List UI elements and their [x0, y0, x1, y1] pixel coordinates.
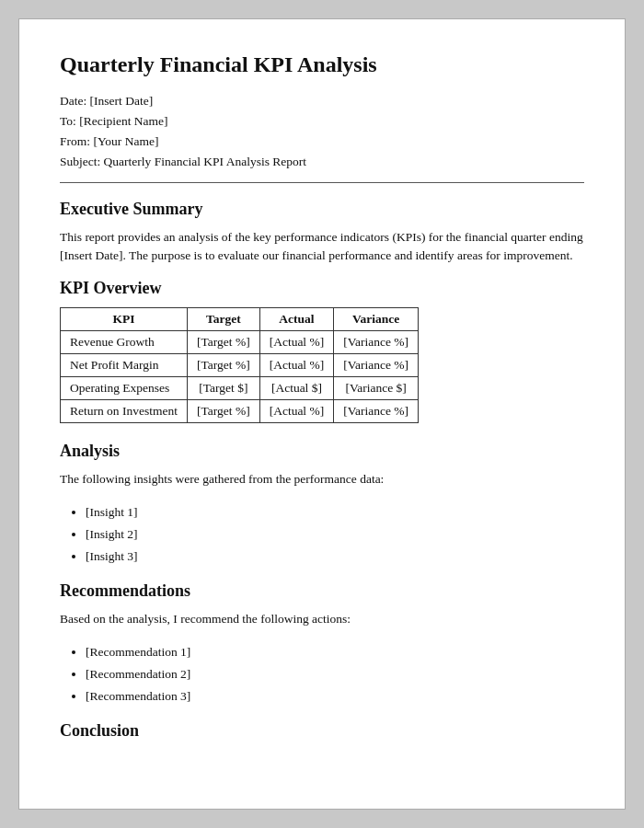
table-cell: [Target $]: [187, 376, 259, 399]
table-row: Net Profit Margin[Target %][Actual %][Va…: [61, 353, 419, 376]
recommendations-heading: Recommendations: [60, 581, 584, 601]
recommendations-list: [Recommendation 1][Recommendation 2][Rec…: [86, 641, 584, 708]
table-row: Operating Expenses[Target $][Actual $][V…: [61, 376, 419, 399]
executive-summary-section: Executive Summary This report provides a…: [60, 200, 584, 266]
table-cell: Return on Investment: [61, 399, 188, 422]
meta-date: Date: [Insert Date]: [60, 94, 584, 109]
analysis-heading: Analysis: [60, 442, 584, 461]
table-cell: [Actual %]: [259, 353, 334, 376]
recommendations-intro: Based on the analysis, I recommend the f…: [60, 610, 584, 628]
table-cell: [Variance $]: [334, 376, 419, 399]
table-cell: [Actual $]: [259, 376, 334, 399]
executive-summary-heading: Executive Summary: [60, 200, 584, 219]
list-item: [Insight 2]: [86, 523, 584, 546]
table-cell: [Target %]: [187, 353, 259, 376]
table-cell: [Variance %]: [334, 330, 419, 353]
list-item: [Insight 1]: [86, 501, 584, 523]
table-row: Revenue Growth[Target %][Actual %][Varia…: [61, 330, 419, 353]
recommendations-section: Recommendations Based on the analysis, I…: [60, 581, 584, 708]
col-header-actual: Actual: [259, 307, 334, 330]
table-row: Return on Investment[Target %][Actual %]…: [61, 399, 419, 422]
kpi-overview-heading: KPI Overview: [60, 279, 584, 298]
document-title: Quarterly Financial KPI Analysis: [60, 52, 584, 77]
meta-subject: Subject: Quarterly Financial KPI Analysi…: [60, 155, 584, 169]
analysis-intro: The following insights were gathered fro…: [60, 470, 584, 489]
conclusion-section: Conclusion: [60, 721, 584, 741]
table-cell: [Variance %]: [334, 399, 419, 422]
table-cell: [Actual %]: [259, 399, 334, 422]
list-item: [Insight 3]: [86, 546, 584, 568]
executive-summary-body: This report provides an analysis of the …: [60, 228, 584, 266]
header-divider: [60, 182, 584, 183]
list-item: [Recommendation 2]: [86, 663, 584, 685]
table-header-row: KPI Target Actual Variance: [61, 307, 419, 330]
table-cell: [Actual %]: [259, 330, 334, 353]
kpi-overview-section: KPI Overview KPI Target Actual Variance …: [60, 279, 584, 423]
kpi-table: KPI Target Actual Variance Revenue Growt…: [60, 307, 419, 423]
analysis-section: Analysis The following insights were gat…: [60, 442, 584, 569]
col-header-target: Target: [187, 307, 259, 330]
document-page: Quarterly Financial KPI Analysis Date: […: [18, 18, 626, 810]
conclusion-heading: Conclusion: [60, 721, 584, 741]
table-cell: [Variance %]: [334, 353, 419, 376]
col-header-variance: Variance: [334, 307, 419, 330]
table-cell: [Target %]: [187, 399, 259, 422]
table-cell: Net Profit Margin: [61, 353, 188, 376]
meta-from: From: [Your Name]: [60, 134, 584, 149]
table-cell: Operating Expenses: [61, 376, 188, 399]
list-item: [Recommendation 1]: [86, 641, 584, 663]
insights-list: [Insight 1][Insight 2][Insight 3]: [86, 501, 584, 569]
table-cell: Revenue Growth: [61, 330, 188, 353]
meta-to: To: [Recipient Name]: [60, 114, 584, 129]
table-cell: [Target %]: [187, 330, 259, 353]
col-header-kpi: KPI: [61, 307, 188, 330]
list-item: [Recommendation 3]: [86, 685, 584, 707]
